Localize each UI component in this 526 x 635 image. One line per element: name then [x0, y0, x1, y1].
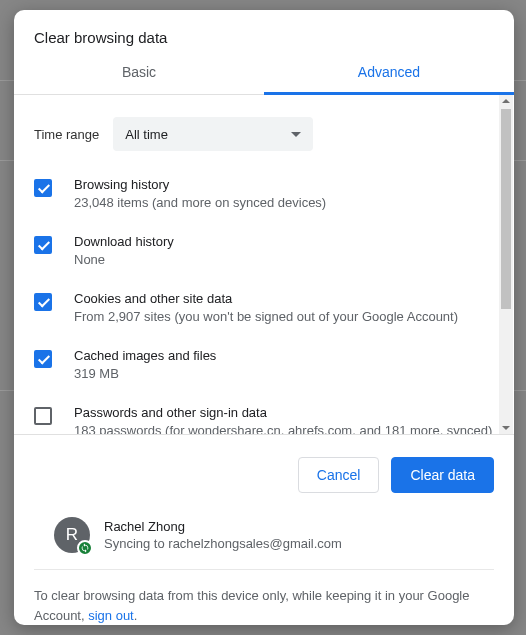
scrollbar-thumb[interactable] [501, 109, 511, 309]
chevron-down-icon [291, 132, 301, 137]
option-browsing-history[interactable]: Browsing history 23,048 items (and more … [34, 165, 494, 222]
scroll-up-icon[interactable] [502, 99, 510, 103]
scroll-down-icon[interactable] [502, 426, 510, 430]
time-range-value: All time [125, 127, 168, 142]
avatar-initial: R [66, 525, 78, 545]
options-scroll-area: Time range All time Browsing history 23,… [14, 95, 514, 434]
sync-icon [77, 540, 93, 556]
option-passwords[interactable]: Passwords and other sign-in data 183 pas… [34, 393, 494, 434]
option-subtitle: 23,048 items (and more on synced devices… [74, 195, 326, 210]
account-name: Rachel Zhong [104, 519, 342, 534]
option-subtitle: From 2,907 sites (you won't be signed ou… [74, 309, 458, 324]
footer-note: To clear browsing data from this device … [14, 570, 514, 625]
option-title: Cookies and other site data [74, 291, 458, 306]
tab-bar: Basic Advanced [14, 64, 514, 95]
option-subtitle: None [74, 252, 174, 267]
note-text-end: . [134, 608, 138, 623]
checkbox[interactable] [34, 407, 52, 425]
checkbox[interactable] [34, 236, 52, 254]
option-title: Browsing history [74, 177, 326, 192]
checkbox[interactable] [34, 293, 52, 311]
clear-browsing-data-dialog: Clear browsing data Basic Advanced Time … [14, 10, 514, 625]
dialog-footer: Cancel Clear data [14, 434, 514, 505]
time-range-select[interactable]: All time [113, 117, 313, 151]
option-download-history[interactable]: Download history None [34, 222, 494, 279]
option-title: Cached images and files [74, 348, 216, 363]
checkbox[interactable] [34, 179, 52, 197]
tab-advanced[interactable]: Advanced [264, 64, 514, 95]
option-cookies[interactable]: Cookies and other site data From 2,907 s… [34, 279, 494, 336]
scrollbar[interactable] [499, 95, 513, 434]
time-range-label: Time range [34, 127, 99, 142]
option-subtitle: 183 passwords (for wondershare.cn, ahref… [74, 423, 492, 434]
sign-out-link[interactable]: sign out [88, 608, 134, 623]
option-title: Passwords and other sign-in data [74, 405, 492, 420]
cancel-button[interactable]: Cancel [298, 457, 380, 493]
avatar: R [54, 517, 90, 553]
option-title: Download history [74, 234, 174, 249]
dialog-title: Clear browsing data [14, 10, 514, 64]
account-sync-status: Syncing to rachelzhongsales@gmail.com [104, 536, 342, 551]
checkbox[interactable] [34, 350, 52, 368]
clear-data-button[interactable]: Clear data [391, 457, 494, 493]
option-cached-images[interactable]: Cached images and files 319 MB [34, 336, 494, 393]
account-row: R Rachel Zhong Syncing to rachelzhongsal… [34, 505, 494, 570]
time-range-row: Time range All time [34, 95, 494, 165]
option-subtitle: 319 MB [74, 366, 216, 381]
tab-basic[interactable]: Basic [14, 64, 264, 95]
